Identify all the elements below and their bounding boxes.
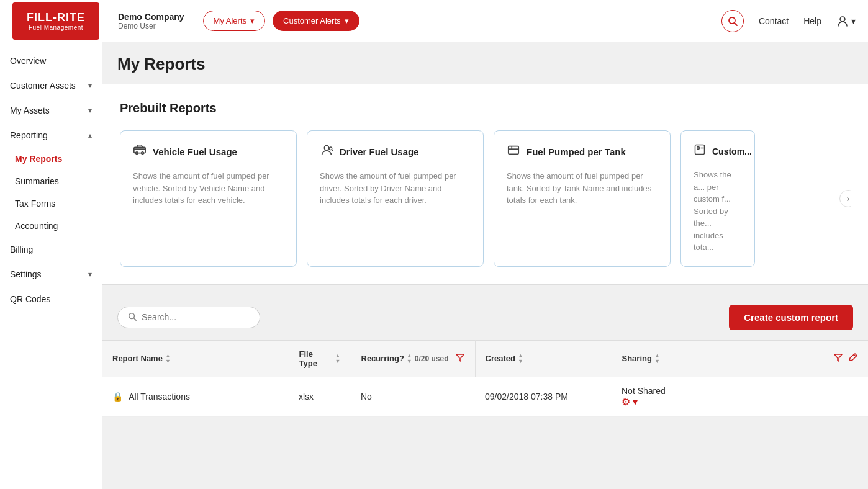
sort-file-type[interactable]: ▲▼ <box>335 353 341 364</box>
card-title-vehicle: Vehicle Fuel Usage <box>153 146 237 157</box>
search-bar-row: Create custom report <box>102 295 868 340</box>
table-section: Create custom report Report Name ▲▼ <box>102 295 868 417</box>
driver-icon <box>320 143 333 160</box>
sidebar-item-settings[interactable]: Settings ▾ <box>0 262 102 287</box>
logo[interactable]: FILL-RITE Fuel Management <box>12 2 99 40</box>
user-chevron: ▾ <box>851 16 856 26</box>
th-file-type[interactable]: File Type ▲▼ <box>289 340 351 377</box>
tank-icon <box>507 143 520 160</box>
page-header: My Reports <box>102 42 868 84</box>
my-assets-chevron: ▾ <box>88 106 92 115</box>
td-created: 09/02/2018 07:38 PM <box>475 377 612 416</box>
page-title: My Reports <box>117 55 853 74</box>
search-input[interactable] <box>142 312 250 322</box>
table-header-actions <box>833 352 858 365</box>
my-alerts-button[interactable]: My Alerts ▾ <box>203 11 265 31</box>
sidebar-item-summaries[interactable]: Summaries <box>0 170 102 192</box>
top-nav: FILL-RITE Fuel Management Demo Company D… <box>0 0 868 42</box>
table-edit-icon[interactable] <box>848 352 858 365</box>
lock-icon: 🔒 <box>112 392 123 402</box>
card-header-vehicle: Vehicle Fuel Usage <box>133 143 284 160</box>
row-settings-button[interactable]: ⚙ ▾ <box>622 396 638 408</box>
card-title-driver: Driver Fuel Usage <box>340 146 419 157</box>
card-desc-driver: Shows the amount of fuel pumped per driv… <box>320 170 471 207</box>
recurring-filter-icon[interactable] <box>455 352 465 365</box>
settings-chevron: ▾ <box>88 270 92 279</box>
custom-icon <box>694 143 706 159</box>
card-header-driver: Driver Fuel Usage <box>320 143 471 160</box>
sort-created[interactable]: ▲▼ <box>518 353 523 364</box>
sidebar-item-my-reports[interactable]: My Reports <box>0 148 102 170</box>
card-desc-tank: Shows the amount of fuel pumped per tank… <box>507 170 658 207</box>
report-card-tank[interactable]: Fuel Pumped per Tank Shows the amount of… <box>494 130 671 267</box>
search-icon <box>128 312 137 323</box>
th-created[interactable]: Created ▲▼ <box>475 340 612 377</box>
company-info: Demo Company Demo User <box>118 12 184 30</box>
reports-table: Report Name ▲▼ File Type ▲▼ <box>102 340 868 417</box>
help-link[interactable]: Help <box>803 16 821 26</box>
card-header-custom: Custom... <box>694 143 742 159</box>
td-recurring: No <box>351 377 475 416</box>
cards-nav-right[interactable]: › <box>839 190 851 207</box>
th-recurring[interactable]: Recurring? ▲▼ 0/20 used <box>351 340 475 377</box>
customer-assets-chevron: ▾ <box>88 81 92 90</box>
search-button[interactable] <box>721 10 744 32</box>
sidebar-item-billing[interactable]: Billing <box>0 237 102 262</box>
sidebar-item-overview[interactable]: Overview <box>0 48 102 73</box>
prebuilt-section: Prebuilt Reports Vehicle Fue <box>102 84 868 285</box>
cards-row: Vehicle Fuel Usage Shows the amount of f… <box>120 130 851 267</box>
report-card-driver[interactable]: Driver Fuel Usage Shows the amount of fu… <box>307 130 484 267</box>
svg-point-6 <box>324 146 328 150</box>
main-content: My Reports Prebuilt Reports <box>102 42 868 489</box>
svg-point-2 <box>840 17 845 22</box>
svg-rect-11 <box>695 145 705 155</box>
svg-rect-12 <box>697 147 699 149</box>
th-report-name[interactable]: Report Name ▲▼ <box>102 340 289 377</box>
td-report-name: 🔒 All Transactions <box>102 377 289 416</box>
sidebar-item-accounting[interactable]: Accounting <box>0 215 102 237</box>
search-box[interactable] <box>117 307 260 328</box>
user-menu[interactable]: ▾ <box>836 15 856 27</box>
reporting-chevron: ▴ <box>88 131 92 140</box>
sharing-filter-icon[interactable] <box>833 352 843 365</box>
td-sharing: Not Shared ⚙ ▾ <box>612 377 868 416</box>
my-alerts-label: My Alerts <box>214 16 246 25</box>
prebuilt-title: Prebuilt Reports <box>120 101 851 115</box>
sort-sharing[interactable]: ▲▼ <box>654 353 660 364</box>
svg-line-1 <box>735 23 737 25</box>
nav-right: Contact Help ▾ <box>721 10 856 32</box>
sort-report-name[interactable]: ▲▼ <box>165 353 171 364</box>
logo-subtitle: Fuel Management <box>29 24 83 31</box>
sidebar-item-customer-assets[interactable]: Customer Assets ▾ <box>0 73 102 98</box>
report-card-custom-partial[interactable]: Custom... Shows the a... per custom f...… <box>680 130 755 267</box>
customer-alerts-label: Customer Alerts <box>283 16 340 25</box>
customer-alerts-chevron: ▾ <box>345 16 349 25</box>
logo-title: FILL-RITE <box>27 11 85 24</box>
contact-link[interactable]: Contact <box>759 16 789 26</box>
my-alerts-chevron: ▾ <box>250 16 255 25</box>
company-user: Demo User <box>118 22 184 30</box>
vehicle-icon <box>133 143 147 160</box>
svg-rect-8 <box>509 146 519 155</box>
card-title-custom: Custom... <box>712 146 752 156</box>
sidebar-item-tax-forms[interactable]: Tax Forms <box>0 192 102 215</box>
svg-line-15 <box>134 318 137 320</box>
customer-alerts-button[interactable]: Customer Alerts ▾ <box>273 11 359 31</box>
sidebar-item-reporting[interactable]: Reporting ▴ <box>0 123 102 148</box>
th-sharing[interactable]: Sharing ▲▼ <box>612 340 868 377</box>
recurring-used-badge: 0/20 used <box>415 354 449 363</box>
sort-recurring[interactable]: ▲▼ <box>407 353 412 364</box>
card-header-tank: Fuel Pumped per Tank <box>507 143 658 160</box>
report-card-vehicle[interactable]: Vehicle Fuel Usage Shows the amount of f… <box>120 130 297 267</box>
create-custom-report-button[interactable]: Create custom report <box>729 305 853 330</box>
body-layout: Overview Customer Assets ▾ My Assets ▾ R… <box>0 42 868 489</box>
sidebar: Overview Customer Assets ▾ My Assets ▾ R… <box>0 42 102 489</box>
table-row: 🔒 All Transactions xlsx No 09/02/2018 07… <box>102 377 868 416</box>
sidebar-item-qr-codes[interactable]: QR Codes <box>0 287 102 312</box>
nav-alerts: My Alerts ▾ Customer Alerts ▾ <box>203 11 359 31</box>
card-desc-vehicle: Shows the amount of fuel pumped per vehi… <box>133 170 284 207</box>
card-desc-custom: Shows the a... per custom f... Sorted by… <box>694 169 742 254</box>
sidebar-item-my-assets[interactable]: My Assets ▾ <box>0 98 102 123</box>
td-file-type: xlsx <box>289 377 351 416</box>
svg-point-7 <box>329 147 332 150</box>
